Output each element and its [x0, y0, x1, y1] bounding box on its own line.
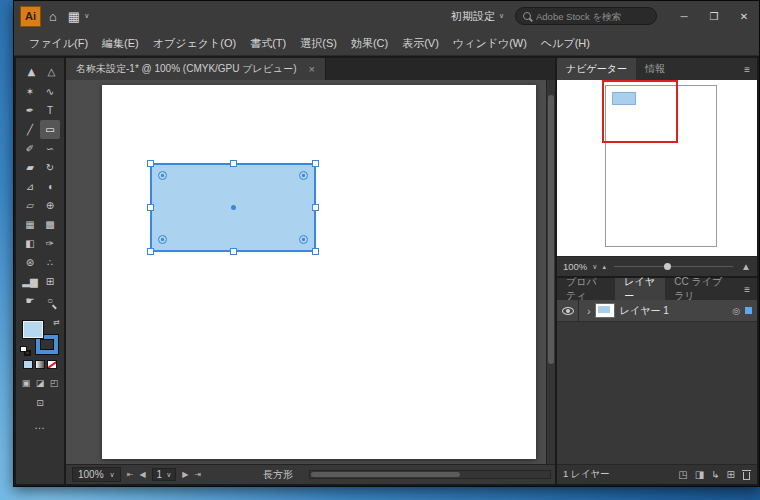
corner-widget[interactable]: [158, 235, 167, 244]
shaper-tool[interactable]: ∽: [40, 139, 60, 158]
menu-effect[interactable]: 効果(C): [344, 31, 395, 56]
prev-artboard-button[interactable]: ◀: [139, 470, 145, 479]
draw-inside-icon[interactable]: ◰: [48, 377, 60, 389]
rectangle-tool[interactable]: ▭: [40, 120, 60, 139]
minimize-button[interactable]: ─: [669, 1, 699, 31]
tab-close-icon[interactable]: ×: [309, 63, 315, 75]
menu-object[interactable]: オブジェクト(O): [146, 31, 243, 56]
menu-select[interactable]: 選択(S): [293, 31, 344, 56]
zoom-out-icon[interactable]: ▴: [602, 263, 606, 271]
chevron-down-icon[interactable]: ∨: [592, 263, 597, 271]
new-sublayer-icon[interactable]: ↳: [711, 469, 719, 480]
search-input[interactable]: [536, 11, 644, 22]
document-tab[interactable]: 名称未設定-1* @ 100% (CMYK/GPU プレビュー) ×: [66, 58, 326, 80]
shape-builder-tool[interactable]: ⊕: [40, 196, 60, 215]
column-graph-tool[interactable]: ▂▆: [20, 272, 40, 291]
tab-cc-libraries[interactable]: CC ライブラリ: [665, 278, 737, 300]
artboard-number-dropdown[interactable]: 1 ∨: [152, 468, 177, 481]
corner-widget[interactable]: [158, 171, 167, 180]
maximize-button[interactable]: ❐: [699, 1, 729, 31]
adobe-stock-search[interactable]: [515, 7, 657, 25]
collect-for-export-icon[interactable]: ◳: [678, 469, 687, 480]
menu-edit[interactable]: 編集(E): [95, 31, 146, 56]
rotate-tool[interactable]: ↻: [40, 158, 60, 177]
visibility-toggle[interactable]: [557, 300, 579, 321]
tab-info[interactable]: 情報: [636, 58, 674, 80]
pen-tool[interactable]: ✒: [20, 101, 40, 120]
first-artboard-button[interactable]: ⇤: [127, 470, 134, 479]
zoom-in-icon[interactable]: ▲: [741, 261, 751, 272]
artboard-tool[interactable]: ⊞: [40, 272, 60, 291]
zoom-slider-thumb[interactable]: [664, 263, 671, 270]
magic-wand-tool[interactable]: ✶: [20, 82, 40, 101]
selection-handle[interactable]: [230, 248, 237, 255]
perspective-grid-tool[interactable]: ▦: [20, 215, 40, 234]
arrange-documents-button[interactable]: ▦ ∨: [65, 10, 92, 23]
type-tool[interactable]: T: [40, 101, 60, 120]
lasso-tool[interactable]: ∿: [40, 82, 60, 101]
target-icon[interactable]: ◎: [732, 306, 740, 316]
tab-navigator[interactable]: ナビゲーター: [557, 58, 636, 80]
center-point[interactable]: [231, 205, 236, 210]
panel-menu-icon[interactable]: ≡: [737, 58, 757, 80]
next-artboard-button[interactable]: ▶: [182, 470, 188, 479]
swap-fill-stroke-icon[interactable]: ⇄: [53, 318, 60, 327]
menu-window[interactable]: ウィンドウ(W): [446, 31, 534, 56]
gradient-mode-icon[interactable]: [35, 360, 45, 369]
line-segment-tool[interactable]: ╱: [20, 120, 40, 139]
selection-tool[interactable]: ▶: [21, 63, 40, 83]
make-clipping-mask-icon[interactable]: ◨: [695, 469, 704, 480]
gradient-tool[interactable]: ◧: [20, 234, 40, 253]
width-tool[interactable]: ◖: [40, 177, 60, 196]
vertical-scrollbar[interactable]: [546, 80, 555, 464]
selection-handle[interactable]: [312, 204, 319, 211]
selection-color-indicator[interactable]: [745, 307, 752, 314]
mesh-tool[interactable]: ▩: [40, 215, 60, 234]
free-transform-tool[interactable]: ▱: [20, 196, 40, 215]
trash-icon[interactable]: [742, 470, 751, 480]
navigator-zoom-slider[interactable]: [614, 266, 733, 267]
zoom-level-dropdown[interactable]: 100% ∨: [72, 467, 121, 482]
draw-behind-icon[interactable]: ◪: [34, 377, 46, 389]
menu-help[interactable]: ヘルプ(H): [534, 31, 597, 56]
tab-properties[interactable]: プロパティ: [557, 278, 615, 300]
zoom-tool[interactable]: ○: [40, 291, 60, 310]
horizontal-scrollbar-thumb[interactable]: [311, 472, 460, 477]
layer-thumbnail[interactable]: [595, 303, 615, 318]
panel-menu-icon[interactable]: ≡: [737, 278, 757, 300]
selection-handle[interactable]: [147, 204, 154, 211]
hand-tool[interactable]: ☛: [20, 291, 40, 310]
screen-mode-icon[interactable]: ⊡: [34, 397, 46, 409]
edit-toolbar-button[interactable]: …: [34, 419, 46, 431]
eraser-tool[interactable]: ▰: [20, 158, 40, 177]
default-fill-stroke-icon[interactable]: [20, 346, 31, 356]
fill-swatch[interactable]: [22, 320, 44, 339]
illustrator-app-icon[interactable]: Ai: [20, 6, 41, 27]
corner-widget[interactable]: [299, 235, 308, 244]
canvas[interactable]: [66, 80, 555, 464]
draw-normal-icon[interactable]: ▣: [20, 377, 32, 389]
selection-handle[interactable]: [312, 248, 319, 255]
layer-name[interactable]: レイヤー 1: [620, 304, 669, 318]
menu-type[interactable]: 書式(T): [243, 31, 293, 56]
home-icon[interactable]: ⌂: [49, 10, 57, 23]
direct-selection-tool[interactable]: ▷: [41, 63, 60, 83]
selection-handle[interactable]: [147, 160, 154, 167]
eyedropper-tool[interactable]: ✑: [40, 234, 60, 253]
selected-rectangle[interactable]: [150, 163, 316, 252]
navigator-zoom-value[interactable]: 100%: [563, 261, 587, 272]
new-layer-icon[interactable]: ⊞: [727, 469, 735, 480]
last-artboard-button[interactable]: ⇥: [194, 470, 201, 479]
workspace-switcher[interactable]: 初期設定 ∨: [448, 9, 507, 24]
layer-row[interactable]: › レイヤー 1 ◎: [557, 300, 757, 322]
disclosure-icon[interactable]: ›: [587, 305, 591, 317]
vertical-scrollbar-thumb[interactable]: [548, 95, 554, 364]
blend-tool[interactable]: ⊛: [20, 253, 40, 272]
symbol-sprayer-tool[interactable]: ∴: [40, 253, 60, 272]
horizontal-scrollbar[interactable]: [309, 470, 551, 479]
selection-handle[interactable]: [147, 248, 154, 255]
navigator-view-box[interactable]: [602, 80, 678, 143]
paintbrush-tool[interactable]: ✐: [20, 139, 40, 158]
selection-handle[interactable]: [312, 160, 319, 167]
menu-file[interactable]: ファイル(F): [22, 31, 95, 56]
